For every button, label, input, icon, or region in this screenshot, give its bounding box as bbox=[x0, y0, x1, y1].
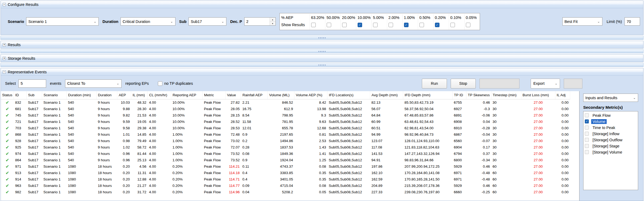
run-button[interactable]: Run bbox=[422, 79, 447, 89]
table-row[interactable]: ✔681Sub17Scenario 15409 hours9.8828.304.… bbox=[1, 106, 570, 112]
cell: Sub05,Sub08,Sub12 bbox=[327, 138, 370, 144]
selection-method-select[interactable]: Closest To ⌄ bbox=[65, 79, 122, 88]
view-mode-select[interactable]: Inputs and Results ⌄ bbox=[583, 94, 638, 102]
column-header[interactable]: TP ID bbox=[453, 91, 466, 99]
column-header[interactable]: IFD Depth (mm) bbox=[403, 91, 453, 99]
table-row[interactable]: ✔914Sub17Scenario 1108018 hours0.2012.88… bbox=[1, 176, 570, 182]
secondary-metric-item[interactable]: Volume bbox=[583, 118, 638, 124]
expand-icon[interactable]: + bbox=[3, 43, 6, 46]
metric-checkbox[interactable] bbox=[585, 113, 589, 117]
scenario-select[interactable]: Scenario 1 ⌄ bbox=[26, 17, 99, 26]
spin-up-icon[interactable]: ▲ bbox=[270, 18, 275, 22]
cell: 0.20 bbox=[117, 170, 131, 176]
splitter-handle[interactable] bbox=[1, 49, 643, 53]
metric-checkbox[interactable] bbox=[585, 119, 589, 123]
column-header[interactable]: TP Skewness bbox=[466, 91, 491, 99]
stop-button[interactable]: Stop bbox=[451, 79, 476, 89]
table-row[interactable]: ✔703Sub17Scenario 15409 hours9.5829.384.… bbox=[1, 125, 570, 131]
export-button[interactable]: Export ⌄ bbox=[531, 79, 560, 89]
event-count-input[interactable]: 5 bbox=[18, 79, 46, 88]
cell: ✔ bbox=[1, 150, 14, 157]
column-header[interactable]: Value bbox=[226, 91, 241, 99]
column-header[interactable]: Avg Depth (mm) bbox=[370, 91, 403, 99]
column-header[interactable]: Metric bbox=[203, 91, 226, 99]
duration-select[interactable]: Critical Duration ⌄ bbox=[121, 17, 175, 26]
configure-results-header[interactable]: − Configure Results bbox=[1, 1, 643, 8]
representative-events-header[interactable]: − Representative Events bbox=[1, 68, 643, 75]
cell: 6891 bbox=[453, 112, 466, 118]
table-row[interactable]: ✔974Sub17Scenario 15409 hours0.9681.444.… bbox=[1, 150, 570, 157]
column-header[interactable]: Duration bbox=[97, 91, 117, 99]
cell: Sub05,Sub08,Sub12 bbox=[327, 182, 370, 189]
column-header[interactable]: IL Adj bbox=[555, 91, 570, 99]
expand-icon[interactable]: + bbox=[3, 57, 6, 60]
splitter-handle[interactable] bbox=[1, 36, 643, 40]
secondary-metric-item[interactable]: [Storage] Inflow bbox=[583, 131, 638, 137]
aep-show-results-checkbox[interactable] bbox=[327, 23, 331, 27]
metric-checkbox[interactable] bbox=[585, 126, 589, 130]
aep-show-results-checkbox[interactable] bbox=[342, 23, 347, 27]
cell: Sub05,Sub08,Sub12 bbox=[327, 176, 370, 182]
aep-show-results-checkbox[interactable] bbox=[311, 23, 316, 27]
aep-show-results-checkbox[interactable] bbox=[404, 23, 409, 27]
column-header[interactable]: CL (mm/hr) bbox=[148, 91, 171, 99]
secondary-metric-item[interactable]: [Storage] Outflow bbox=[583, 137, 638, 143]
metric-checkbox[interactable] bbox=[585, 138, 589, 142]
spin-down-icon[interactable]: ▼ bbox=[270, 22, 275, 25]
column-header[interactable]: AEP bbox=[117, 91, 131, 99]
table-row[interactable]: ✔925Sub17Scenario 15409 hours1.0258.724.… bbox=[1, 144, 570, 150]
secondary-metric-item[interactable]: [Storage] Volume bbox=[583, 149, 638, 155]
storage-results-header[interactable]: + Storage Results bbox=[1, 55, 643, 62]
table-row[interactable]: ✔913Sub17Scenario 1108018 hours0.2011.31… bbox=[1, 170, 570, 176]
column-header[interactable]: Reporting AEP bbox=[171, 91, 203, 99]
table-row[interactable]: ✔864Sub17Scenario 15409 hours0.9625.134.… bbox=[1, 157, 570, 163]
column-header[interactable]: Duration (min) bbox=[67, 91, 97, 99]
results-header[interactable]: + Results bbox=[1, 41, 643, 48]
table-row[interactable]: ✔832Sub17Scenario 15409 hours10.0348.324… bbox=[1, 99, 570, 106]
metric-checkbox[interactable] bbox=[585, 150, 589, 154]
aep-show-results-checkbox[interactable] bbox=[450, 23, 455, 27]
column-header[interactable]: Timestep (min) bbox=[491, 91, 521, 99]
secondary-metric-item[interactable]: [Storage] Stage bbox=[583, 143, 638, 149]
no-tp-duplicates-checkbox[interactable] bbox=[158, 81, 162, 86]
sub-select[interactable]: Sub17 ⌄ bbox=[189, 17, 226, 26]
column-header[interactable]: Rainfall AEP bbox=[241, 91, 268, 99]
table-row[interactable]: ✔868Sub17Scenario 15409 hours1.0114.854.… bbox=[1, 131, 570, 138]
column-header[interactable]: Sub bbox=[27, 91, 42, 99]
aep-show-results-checkbox[interactable] bbox=[466, 23, 470, 27]
cell: Scenario 1 bbox=[42, 106, 67, 112]
secondary-metric-item[interactable]: Peak Flow bbox=[583, 112, 638, 118]
collapse-icon[interactable]: − bbox=[3, 70, 6, 74]
column-header[interactable]: IFD Location(s) bbox=[327, 91, 370, 99]
fit-method-select[interactable]: Best Fit ⌄ bbox=[562, 17, 602, 26]
column-header[interactable]: ID bbox=[14, 91, 27, 99]
table-row[interactable]: ✔721Sub17Scenario 15409 hours9.5919.054.… bbox=[1, 118, 570, 125]
metric-checkbox[interactable] bbox=[585, 144, 589, 148]
column-header[interactable]: IL (mm) bbox=[131, 91, 148, 99]
column-header[interactable]: Burst Loss (mm) bbox=[521, 91, 555, 99]
cell: 540 bbox=[67, 157, 97, 163]
column-header[interactable]: Volume AEP (%) bbox=[294, 91, 327, 99]
cell: 1080 bbox=[67, 163, 97, 170]
table-row[interactable]: ✔928Sub17Scenario 15409 hours0.9879.494.… bbox=[1, 138, 570, 144]
table-row[interactable]: ✔982Sub17Scenario 1108018 hours0.2031.72… bbox=[1, 189, 570, 195]
aep-show-results-checkbox[interactable] bbox=[358, 23, 362, 27]
table-row[interactable]: ✔963Sub17Scenario 1108018 hours0.2021.27… bbox=[1, 182, 570, 189]
column-header[interactable]: Scenario bbox=[42, 91, 67, 99]
aep-show-results-checkbox[interactable] bbox=[373, 23, 378, 27]
aep-show-results-checkbox[interactable] bbox=[435, 23, 439, 27]
table-row[interactable]: ✔971Sub17Scenario 1108018 hours0.204.564… bbox=[1, 163, 570, 170]
cell: 27.00 bbox=[521, 138, 555, 144]
decimal-places-stepper[interactable]: 2 ▲ ▼ bbox=[244, 17, 276, 26]
limit-input[interactable]: 70 bbox=[625, 17, 640, 26]
collapse-icon[interactable]: − bbox=[3, 3, 6, 6]
aep-show-results-checkbox[interactable] bbox=[419, 23, 424, 27]
metric-checkbox[interactable] bbox=[585, 132, 589, 136]
column-header[interactable]: Volume (ML) bbox=[268, 91, 294, 99]
column-header[interactable]: Status bbox=[1, 91, 14, 99]
splitter-handle[interactable] bbox=[1, 63, 643, 67]
table-row[interactable]: ✔745Sub17Scenario 15409 hours9.8221.534.… bbox=[1, 112, 570, 118]
aep-show-results-checkbox[interactable] bbox=[389, 23, 393, 27]
cell: 1080 bbox=[67, 170, 97, 176]
secondary-metric-item[interactable]: Time to Peak bbox=[583, 124, 638, 131]
